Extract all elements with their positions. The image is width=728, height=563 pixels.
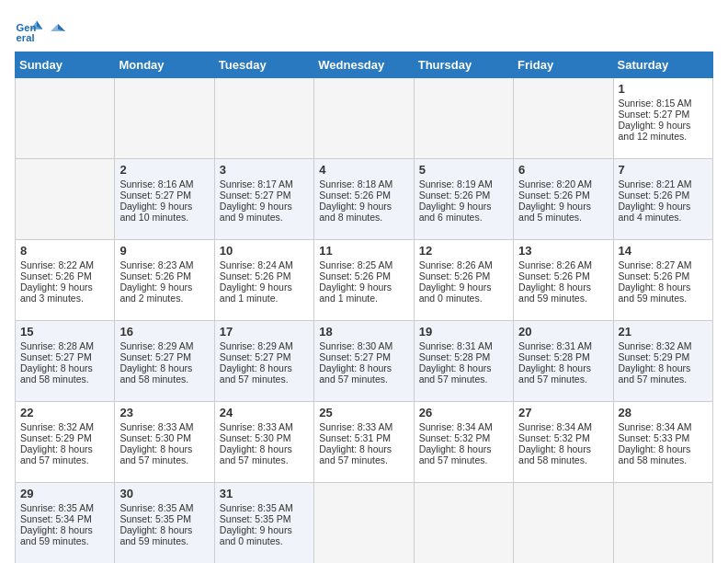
logo-icon: Gen eral <box>15 15 44 44</box>
calendar-cell-28: 28Sunrise: 8:34 AMSunset: 5:33 PMDayligh… <box>613 402 712 483</box>
day-number: 5 <box>419 163 508 177</box>
calendar-cell-12: 12Sunrise: 8:26 AMSunset: 5:26 PMDayligh… <box>414 240 513 321</box>
day-number: 13 <box>518 244 608 258</box>
calendar-cell-31: 31Sunrise: 8:35 AMSunset: 5:35 PMDayligh… <box>214 483 313 564</box>
day-number: 29 <box>20 487 109 500</box>
calendar-cell-15: 15Sunrise: 8:28 AMSunset: 5:27 PMDayligh… <box>16 321 115 402</box>
calendar-cell-25: 25Sunrise: 8:33 AMSunset: 5:31 PMDayligh… <box>314 402 414 483</box>
header-saturday: Saturday <box>613 52 712 78</box>
calendar-cell-21: 21Sunrise: 8:32 AMSunset: 5:29 PMDayligh… <box>613 321 712 402</box>
calendar-cell-18: 18Sunrise: 8:30 AMSunset: 5:27 PMDayligh… <box>314 321 414 402</box>
day-number: 8 <box>20 244 109 258</box>
calendar-header-row: SundayMondayTuesdayWednesdayThursdayFrid… <box>16 52 713 78</box>
day-number: 9 <box>119 244 209 258</box>
calendar-cell-2: 2Sunrise: 8:16 AMSunset: 5:27 PMDaylight… <box>115 159 214 240</box>
empty-cell <box>16 159 115 240</box>
calendar-week-6: 29Sunrise: 8:35 AMSunset: 5:34 PMDayligh… <box>16 483 713 564</box>
logo-arrow-icon <box>49 22 67 40</box>
header-tuesday: Tuesday <box>214 52 313 78</box>
empty-cell <box>115 78 214 159</box>
day-number: 20 <box>518 325 608 339</box>
day-number: 28 <box>619 406 708 419</box>
day-number: 15 <box>20 325 109 339</box>
day-number: 31 <box>220 487 309 500</box>
calendar-cell-23: 23Sunrise: 8:33 AMSunset: 5:30 PMDayligh… <box>115 402 214 483</box>
day-number: 7 <box>619 163 708 177</box>
calendar-cell-5: 5Sunrise: 8:19 AMSunset: 5:26 PMDaylight… <box>414 159 513 240</box>
header-sunday: Sunday <box>16 52 115 78</box>
day-number: 23 <box>119 406 209 419</box>
calendar-week-5: 22Sunrise: 8:32 AMSunset: 5:29 PMDayligh… <box>16 402 713 483</box>
day-number: 27 <box>518 406 608 419</box>
day-number: 22 <box>20 406 109 419</box>
empty-cell <box>314 78 414 159</box>
calendar-cell-3: 3Sunrise: 8:17 AMSunset: 5:27 PMDaylight… <box>214 159 313 240</box>
calendar-cell-17: 17Sunrise: 8:29 AMSunset: 5:27 PMDayligh… <box>214 321 313 402</box>
empty-cell <box>613 483 712 564</box>
day-number: 2 <box>119 163 209 177</box>
calendar-week-3: 8Sunrise: 8:22 AMSunset: 5:26 PMDaylight… <box>16 240 713 321</box>
calendar-cell-20: 20Sunrise: 8:31 AMSunset: 5:28 PMDayligh… <box>514 321 613 402</box>
calendar-cell-16: 16Sunrise: 8:29 AMSunset: 5:27 PMDayligh… <box>115 321 214 402</box>
calendar-cell-26: 26Sunrise: 8:34 AMSunset: 5:32 PMDayligh… <box>414 402 513 483</box>
calendar-cell-4: 4Sunrise: 8:18 AMSunset: 5:26 PMDaylight… <box>314 159 414 240</box>
day-number: 3 <box>220 163 309 177</box>
calendar-cell-13: 13Sunrise: 8:26 AMSunset: 5:26 PMDayligh… <box>514 240 613 321</box>
calendar-cell-9: 9Sunrise: 8:23 AMSunset: 5:26 PMDaylight… <box>115 240 214 321</box>
empty-cell <box>414 483 513 564</box>
calendar-cell-6: 6Sunrise: 8:20 AMSunset: 5:26 PMDaylight… <box>514 159 613 240</box>
calendar-cell-22: 22Sunrise: 8:32 AMSunset: 5:29 PMDayligh… <box>16 402 115 483</box>
calendar-cell-1: 1Sunrise: 8:15 AMSunset: 5:27 PMDaylight… <box>613 78 712 159</box>
calendar-week-4: 15Sunrise: 8:28 AMSunset: 5:27 PMDayligh… <box>16 321 713 402</box>
day-number: 18 <box>319 325 408 339</box>
empty-cell <box>514 78 613 159</box>
header-wednesday: Wednesday <box>314 52 414 78</box>
day-number: 19 <box>419 325 508 339</box>
calendar-cell-30: 30Sunrise: 8:35 AMSunset: 5:35 PMDayligh… <box>115 483 214 564</box>
day-number: 11 <box>319 244 408 258</box>
logo: Gen eral <box>15 15 68 44</box>
day-number: 4 <box>319 163 408 177</box>
calendar-cell-29: 29Sunrise: 8:35 AMSunset: 5:34 PMDayligh… <box>16 483 115 564</box>
calendar-cell-7: 7Sunrise: 8:21 AMSunset: 5:26 PMDaylight… <box>613 159 712 240</box>
empty-cell <box>514 483 613 564</box>
svg-marker-5 <box>51 24 65 31</box>
calendar-cell-8: 8Sunrise: 8:22 AMSunset: 5:26 PMDaylight… <box>16 240 115 321</box>
day-number: 10 <box>220 244 309 258</box>
empty-cell <box>214 78 313 159</box>
calendar-week-2: 2Sunrise: 8:16 AMSunset: 5:27 PMDaylight… <box>16 159 713 240</box>
calendar-cell-11: 11Sunrise: 8:25 AMSunset: 5:26 PMDayligh… <box>314 240 414 321</box>
day-number: 21 <box>619 325 708 339</box>
page-header: Gen eral <box>15 15 713 44</box>
calendar-cell-19: 19Sunrise: 8:31 AMSunset: 5:28 PMDayligh… <box>414 321 513 402</box>
day-number: 12 <box>419 244 508 258</box>
empty-cell <box>314 483 414 564</box>
day-number: 17 <box>220 325 309 339</box>
day-number: 25 <box>319 406 408 419</box>
calendar-cell-10: 10Sunrise: 8:24 AMSunset: 5:26 PMDayligh… <box>214 240 313 321</box>
calendar-cell-27: 27Sunrise: 8:34 AMSunset: 5:32 PMDayligh… <box>514 402 613 483</box>
empty-cell <box>16 78 115 159</box>
header-thursday: Thursday <box>414 52 513 78</box>
calendar-table: SundayMondayTuesdayWednesdayThursdayFrid… <box>15 52 713 563</box>
day-number: 24 <box>220 406 309 419</box>
calendar-week-1: 1Sunrise: 8:15 AMSunset: 5:27 PMDaylight… <box>16 78 713 159</box>
day-number: 26 <box>419 406 508 419</box>
day-number: 1 <box>619 82 708 96</box>
day-number: 14 <box>619 244 708 258</box>
day-number: 6 <box>518 163 608 177</box>
svg-text:eral: eral <box>17 32 35 43</box>
calendar-cell-24: 24Sunrise: 8:33 AMSunset: 5:30 PMDayligh… <box>214 402 313 483</box>
header-monday: Monday <box>115 52 214 78</box>
day-number: 16 <box>119 325 209 339</box>
empty-cell <box>414 78 513 159</box>
calendar-cell-14: 14Sunrise: 8:27 AMSunset: 5:26 PMDayligh… <box>613 240 712 321</box>
day-number: 30 <box>119 487 209 500</box>
header-friday: Friday <box>514 52 613 78</box>
